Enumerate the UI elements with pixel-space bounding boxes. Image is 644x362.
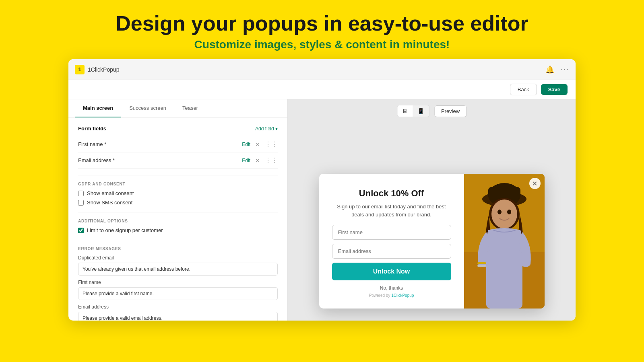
popup-firstname-input[interactable] (332, 225, 451, 240)
page-header: Design your popups in easy-to-use editor… (0, 0, 644, 59)
add-field-button[interactable]: Add field ▾ (255, 126, 278, 132)
drag-firstname-handle[interactable]: ⋮⋮ (265, 140, 278, 148)
svg-point-6 (491, 200, 517, 228)
view-toggle: 🖥 📱 (397, 105, 429, 117)
popup-powered-by: Powered by 1ClickPopup (369, 293, 414, 298)
popup-unlock-button[interactable]: Unlock Now (332, 263, 451, 280)
show-email-consent-checkbox[interactable] (78, 191, 84, 196)
person-silhouette (464, 174, 545, 309)
tab-main-screen[interactable]: Main screen (75, 99, 121, 117)
gdpr-section-title: GDPR AND CONSENT (78, 182, 278, 186)
show-sms-consent-label: Show SMS consent (87, 200, 132, 206)
limit-signup-label: Limit to one signup per customer (87, 227, 163, 233)
edit-email-button[interactable]: Edit (242, 158, 250, 163)
bell-icon[interactable]: 🔔 (545, 65, 554, 74)
error-messages-title: ERROR MESSAGES (78, 247, 278, 251)
svg-rect-11 (477, 265, 486, 267)
field-actions-email: Edit ✕ ⋮⋮ (242, 156, 278, 164)
popup-person-image (464, 174, 545, 309)
page-subtitle: Customize images, styles & content in mi… (0, 38, 644, 51)
field-name-email: Email address * (78, 157, 115, 163)
error-messages-section: Duplicated email First name Email addres… (78, 255, 278, 321)
svg-point-7 (497, 210, 502, 214)
back-button[interactable]: Back (510, 84, 537, 95)
form-fields-header: Form fields Add field ▾ (78, 125, 278, 132)
tabs-row: Main screen Success screen Teaser (68, 99, 287, 117)
show-email-consent-row: Show email consent (78, 190, 278, 196)
limit-signup-row: Limit to one signup per customer (78, 227, 278, 233)
svg-point-8 (507, 210, 511, 214)
field-name-firstname: First name * (78, 141, 106, 147)
edit-firstname-button[interactable]: Edit (242, 142, 250, 147)
error-duplicated-email-label: Duplicated email (78, 255, 278, 261)
svg-rect-9 (486, 250, 522, 309)
powered-link[interactable]: 1ClickPopup (391, 293, 414, 298)
popup-modal: ✕ Unlock 10% Off Sign up to our email li… (319, 174, 545, 309)
popup-image-area (464, 174, 545, 309)
form-fields-title: Form fields (78, 125, 106, 132)
right-panel: 🖥 📱 Preview ✕ Unlock 10% Off Sign up to … (288, 99, 576, 321)
toolbar: Back Save (68, 80, 576, 99)
popup-title: Unlock 10% Off (359, 188, 424, 199)
field-actions-firstname: Edit ✕ ⋮⋮ (242, 140, 278, 148)
app-logo-icon: 1 (75, 65, 85, 74)
drag-email-handle[interactable]: ⋮⋮ (265, 156, 278, 164)
svg-rect-10 (477, 262, 486, 264)
popup-no-thanks[interactable]: No, thanks (380, 285, 403, 291)
popup-close-button[interactable]: ✕ (529, 178, 541, 189)
mobile-view-button[interactable]: 📱 (413, 105, 429, 117)
panel-content: Form fields Add field ▾ First name * Edi… (68, 117, 287, 321)
more-options-icon[interactable]: ··· (561, 65, 569, 74)
error-email-address-input[interactable] (78, 312, 278, 321)
error-duplicated-email-input[interactable] (78, 263, 278, 276)
field-row-firstname: First name * Edit ✕ ⋮⋮ (78, 136, 278, 152)
preview-controls: 🖥 📱 Preview (397, 105, 466, 117)
show-sms-consent-row: Show SMS consent (78, 200, 278, 206)
svg-rect-4 (488, 187, 520, 199)
error-firstname-label: First name (78, 280, 278, 285)
field-row-email: Email address * Edit ✕ ⋮⋮ (78, 152, 278, 169)
remove-firstname-button[interactable]: ✕ (255, 141, 260, 148)
desktop-view-button[interactable]: 🖥 (397, 105, 413, 117)
app-name: 1ClickPopup (88, 66, 120, 73)
main-content: Main screen Success screen Teaser Form f… (68, 99, 576, 321)
error-email-address-label: Email address (78, 304, 278, 310)
browser-bar: 1 1ClickPopup 🔔 ··· (68, 59, 576, 80)
preview-button[interactable]: Preview (434, 105, 466, 117)
popup-description: Sign up to our email list today and find… (332, 203, 451, 218)
desktop-icon: 🖥 (402, 108, 408, 114)
browser-actions: 🔔 ··· (545, 65, 569, 74)
popup-email-input[interactable] (332, 244, 451, 259)
browser-logo-area: 1 1ClickPopup (75, 65, 120, 74)
show-sms-consent-checkbox[interactable] (78, 200, 84, 206)
error-firstname-input[interactable] (78, 287, 278, 300)
additional-options-title: ADDITIONAL OPTIONS (78, 219, 278, 223)
show-email-consent-label: Show email consent (87, 190, 134, 196)
remove-email-button[interactable]: ✕ (255, 157, 260, 164)
divider-additional (78, 212, 278, 212)
save-button[interactable]: Save (541, 84, 568, 95)
tab-success-screen[interactable]: Success screen (121, 99, 174, 117)
left-panel: Main screen Success screen Teaser Form f… (68, 99, 288, 321)
limit-signup-checkbox[interactable] (78, 228, 84, 233)
popup-left: Unlock 10% Off Sign up to our email list… (319, 174, 464, 309)
divider-errors (78, 240, 278, 240)
browser-window: 1 1ClickPopup 🔔 ··· Back Save Main scree… (68, 59, 576, 321)
tab-teaser[interactable]: Teaser (174, 99, 206, 117)
divider-gdpr (78, 175, 278, 175)
page-title: Design your popups in easy-to-use editor (0, 12, 644, 35)
mobile-icon: 📱 (417, 108, 424, 114)
